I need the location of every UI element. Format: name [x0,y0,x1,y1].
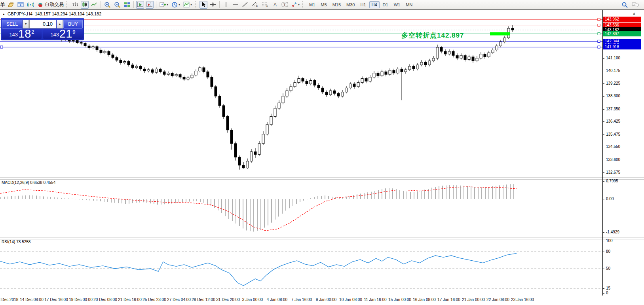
macd-axis-tick [602,181,604,182]
timeframe-button-m5[interactable]: M5 [318,1,329,8]
horizontal-line-icon[interactable] [232,1,239,9]
chart-symbol-title: GBPJPY-,H4 [8,11,32,16]
macd-axis-label: 0.7995 [606,179,618,183]
time-axis-label: 4 Jan 08:00 [267,297,287,302]
bar-chart-icon[interactable] [71,1,79,9]
volume-input[interactable] [29,20,56,28]
text-label-icon[interactable]: T [281,1,289,9]
candle-body [100,50,102,53]
candle-body [179,74,181,77]
hline-handle[interactable] [598,32,600,35]
candle-body [440,47,443,51]
svg-text:E: E [256,5,258,7]
search-icon[interactable] [621,1,629,9]
macd-axis-label: -1.4929 [606,230,619,234]
fibonacci-icon[interactable]: F [261,1,270,9]
arrows-icon[interactable]: ▾ [291,1,300,9]
buy-price-figure: 143 [50,32,59,38]
text-icon[interactable]: A [271,1,279,9]
candle-body [92,47,94,48]
timeframe-button-h1[interactable]: H1 [358,1,368,8]
timeframe-button-d1[interactable]: D1 [380,1,391,8]
candle-body [333,91,336,93]
candle-body [135,66,138,68]
candle-body [503,38,506,42]
tile-windows-icon[interactable] [123,1,131,9]
period-clock-button[interactable]: ▾ [171,1,181,9]
trendline-icon[interactable] [241,1,249,9]
time-axis-label: 21 Dec 16:00 [118,297,142,302]
candle-body [345,88,348,92]
time-axis-label: 3 Jan 00:00 [242,297,263,302]
candle-body [472,57,474,61]
time-axis-label: 17 Dec 16:00 [44,297,68,302]
hline-handle[interactable] [598,18,600,21]
candle-body [187,78,189,79]
buy-price-display[interactable]: 143 21 9 [43,29,83,39]
new-chart-button[interactable]: ▾ [159,1,169,9]
candle-body [424,62,427,65]
zoom-out-icon[interactable] [113,1,122,9]
candle-body [428,61,431,65]
price-axis-label: 141.100 [606,56,620,60]
toolbar-separator [133,1,134,8]
timeframe-button-w1[interactable]: W1 [391,1,403,8]
chat-icon[interactable] [631,1,640,9]
chart-canvas[interactable] [0,10,644,305]
channel-icon[interactable]: E [251,1,259,9]
sell-price-pips: 18 [18,28,31,39]
hline-handle[interactable] [598,40,600,42]
scroll-up-icon[interactable]: ▲ [632,11,636,15]
window-user-icon[interactable] [17,1,25,9]
timeframe-button-h4[interactable]: H4 [369,1,380,8]
indicators-button[interactable]: ▾ [182,1,193,9]
timeframe-button-m1[interactable]: M1 [307,1,317,8]
gold-document-icon[interactable] [7,1,15,9]
cursor-button[interactable] [199,1,207,9]
hline-handle[interactable] [598,46,600,48]
candle-body [155,69,158,72]
candlestick-chart-button[interactable] [81,1,89,9]
autotrade-button[interactable]: 自动交易 [36,1,65,9]
candle-body [353,84,355,87]
crosshair-icon[interactable] [209,1,217,9]
chart-window[interactable]: ▲ GBPJPY-,H4 143.157 143.294 143.104 143… [0,9,644,305]
line-chart-icon[interactable] [90,1,98,9]
sell-price-display[interactable]: 143 18 2 [2,29,42,39]
candle-body [218,96,221,106]
candle-body [496,46,498,50]
toolbar-grip[interactable] [66,1,69,8]
toolbar-separator [417,1,417,8]
panel-splitter[interactable] [0,237,644,239]
chart-collapse-arrow[interactable]: ▲ [2,13,5,15]
candle-body [329,91,332,95]
new-order-button[interactable]: 单 [0,1,6,8]
candle-body [313,81,316,85]
price-axis-label: 136.425 [606,119,620,123]
time-axis-label: 7 Jan 16:00 [291,297,312,302]
timeframe-button-mn[interactable]: MN [403,1,415,8]
price-axis-label: 138.300 [606,94,620,98]
timeframe-button-m30[interactable]: M30 [344,1,357,8]
panel-splitter[interactable] [0,178,644,180]
rsi-axis-label: 100 [606,239,613,243]
hline-handle[interactable] [0,46,3,48]
time-axis-label: 31 Dec 20:00 [216,297,240,302]
price-axis-tick [602,109,604,110]
toolbar-grip[interactable] [195,1,198,8]
signal-icon[interactable] [27,1,35,9]
zoom-in-icon[interactable] [103,1,112,9]
candle-body [207,72,209,77]
vertical-line-icon[interactable] [222,1,230,9]
hline-handle[interactable] [598,24,600,27]
one-click-trade-panel: SELL ▼ ▲ BUY 143 18 2 143 21 9 [1,18,84,40]
timeframe-button-m15[interactable]: M15 [330,1,343,8]
rsi-axis-label: 15 [606,286,610,290]
green-trend-segment[interactable] [490,32,510,35]
toolbar-grip[interactable] [302,1,305,8]
chart-shift-button[interactable] [146,1,154,9]
candle-body [274,108,276,117]
rsi-axis-tick [602,241,604,241]
auto-scroll-button[interactable] [136,1,144,9]
candle-body [116,57,118,60]
